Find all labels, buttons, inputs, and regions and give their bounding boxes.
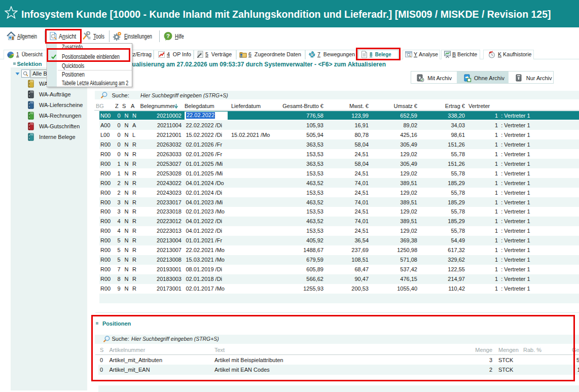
svg-text:?: ? [166, 33, 170, 39]
